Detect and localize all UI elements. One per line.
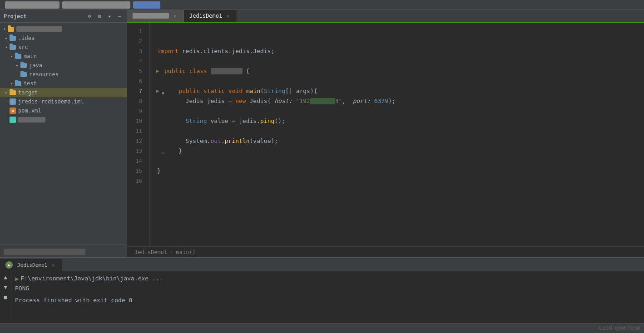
process-output: Process finished with exit code 0	[15, 295, 132, 305]
line-num-2: 2	[127, 36, 146, 46]
close-brace-13: }	[164, 146, 182, 156]
sidebar-icons: ⚙ ⊞ ✦ —	[86, 13, 123, 20]
sidebar-tree: ▾ ▸ .idea ▾ src	[0, 23, 127, 245]
code-line-10: String value = jedis.ping();	[157, 116, 644, 126]
main-folder-icon	[15, 53, 22, 60]
void-kw: void	[228, 86, 246, 96]
tree-item-blur[interactable]: ▸	[0, 115, 127, 124]
tree-item-root[interactable]: ▾	[0, 24, 127, 34]
main-fn: main	[246, 86, 260, 96]
line-num-11: 11	[127, 126, 146, 136]
tree-item-iml[interactable]: ▸ i jredis-redisdemo.iml	[0, 97, 127, 106]
test-label: test	[24, 80, 37, 87]
blur-label	[18, 117, 45, 122]
paren-8: (	[268, 96, 271, 106]
main-label: main	[24, 53, 37, 59]
str-192: "192	[296, 96, 310, 106]
blurred-tab-close-icon[interactable]: ✕	[172, 13, 178, 19]
code-content[interactable]: import redis.clients.jedis.Jedis; ▶ publ…	[150, 23, 644, 246]
code-line-8: Jedis jedis = new Jedis( host: "1923", p…	[157, 96, 644, 106]
target-label: target	[18, 89, 38, 96]
tree-item-idea[interactable]: ▸ .idea	[0, 34, 127, 43]
tree-item-resources[interactable]: ▸ resources	[0, 70, 127, 79]
sidebar-settings-icon[interactable]: ⚙	[86, 13, 93, 20]
public-kw-5: public	[164, 66, 189, 76]
classname-blurred	[211, 68, 243, 74]
code-line-12: System.out.println(value);	[157, 136, 644, 146]
comma-8: ,	[342, 96, 352, 106]
tree-item-pom[interactable]: ▸ m pom.xml	[0, 106, 127, 115]
sidebar-title: Project	[4, 13, 27, 20]
run-command-line: ▶ F:\environment\Java\jdk\bin\java.exe .…	[15, 274, 640, 284]
breadcrumb-method: main()	[176, 249, 195, 255]
toolbar-up-icon[interactable]: ▲	[1, 273, 10, 282]
top-blur-2	[62, 1, 130, 9]
indent-8: Jedis jedis =	[157, 96, 235, 106]
breadcrumb-class: JedisDemo1	[134, 249, 167, 255]
line-num-5: 5	[127, 66, 146, 76]
run-marker-7[interactable]: ▶	[156, 86, 159, 96]
code-line-13: ◇ }	[157, 146, 644, 156]
sidebar-gear-icon[interactable]: ✦	[106, 13, 113, 20]
run-tab-label: JedisDemo1	[17, 262, 47, 268]
bottom-panel: JedisDemo1 ✕ ▲ ▼ ■ ▶ F:\environment\Java…	[0, 257, 644, 323]
pong-output: PONG	[15, 284, 29, 294]
bottom-tabs: JedisDemo1 ✕	[0, 258, 644, 271]
line-num-1: 1	[127, 26, 146, 36]
str-3: 3"	[335, 96, 342, 106]
resources-label: resources	[29, 71, 59, 78]
brace-open-5: {	[243, 66, 250, 76]
import-semicolon: ;	[271, 46, 274, 56]
bottom-toolbar: ▲ ▼ ■	[0, 271, 11, 323]
idea-label: .idea	[18, 35, 35, 41]
jedis-cls: Jedis	[250, 96, 268, 106]
run-tab-close-icon[interactable]: ✕	[50, 262, 56, 268]
close-brace-15: }	[157, 166, 161, 176]
code-line-2	[157, 36, 644, 46]
csdn-watermark: CSDN @闲时无聊	[599, 324, 640, 332]
tree-arrow-main: ▾	[9, 54, 15, 59]
toolbar-stop-icon[interactable]: ■	[1, 293, 10, 302]
breadcrumb: JedisDemo1 › main()	[127, 246, 644, 257]
bottom-tab-run[interactable]: JedisDemo1 ✕	[0, 259, 62, 271]
run-command: F:\environment\Java\jdk\bin\java.exe ...	[20, 274, 163, 284]
class-kw: class	[189, 66, 211, 76]
code-editor[interactable]: 1 2 3 4 5 6 7 8 9 10 11 12 13 14 15 16	[127, 23, 644, 246]
line-num-10: 10	[127, 116, 146, 126]
println-call: (value);	[250, 136, 278, 146]
tree-root-label	[16, 26, 62, 32]
code-line-4	[157, 56, 644, 66]
tree-item-java[interactable]: ▸ java	[0, 61, 127, 70]
line-num-3: 3	[127, 46, 146, 56]
line-num-15: 15	[127, 166, 146, 176]
editor-tabs: ✕ JedisDemo1 ✕	[127, 10, 644, 23]
sidebar: Project ⚙ ⊞ ✦ — ▾ ▸	[0, 10, 127, 257]
editor-tab-active[interactable]: JedisDemo1 ✕	[184, 10, 237, 22]
main-layout: Project ⚙ ⊞ ✦ — ▾ ▸	[0, 10, 644, 257]
blurred-tab-filename	[133, 13, 169, 19]
tree-item-test[interactable]: ▸ test	[0, 79, 127, 88]
tree-item-target[interactable]: ▸ target	[0, 88, 127, 97]
port-hint: port:	[353, 96, 374, 106]
host-hint: host:	[271, 96, 296, 106]
active-tab-close-icon[interactable]: ✕	[225, 13, 231, 19]
sidebar-bottom-blur	[0, 245, 127, 257]
run-marker-5[interactable]: ▶	[156, 66, 159, 76]
resources-folder-icon	[20, 71, 27, 78]
run-icon	[5, 261, 13, 269]
tree-item-src[interactable]: ▾ src	[0, 43, 127, 52]
editor-tab-blurred[interactable]: ✕	[127, 10, 184, 22]
indent-10	[157, 116, 186, 126]
tree-arrow-test: ▸	[9, 81, 15, 86]
ping-fn: ping	[260, 116, 274, 126]
tree-item-main[interactable]: ▾ main	[0, 52, 127, 61]
sidebar-structure-icon[interactable]: ⊞	[96, 13, 103, 20]
line-num-8: 8	[127, 96, 146, 106]
tree-arrow-root: ▾	[2, 26, 7, 32]
sidebar-minimize-icon[interactable]: —	[116, 13, 123, 20]
breadcrumb-sep: ›	[170, 249, 173, 255]
close-8: );	[388, 96, 396, 106]
toolbar-down-icon[interactable]: ▼	[1, 283, 10, 292]
new-kw: new	[235, 96, 249, 106]
code-line-11	[157, 126, 644, 136]
